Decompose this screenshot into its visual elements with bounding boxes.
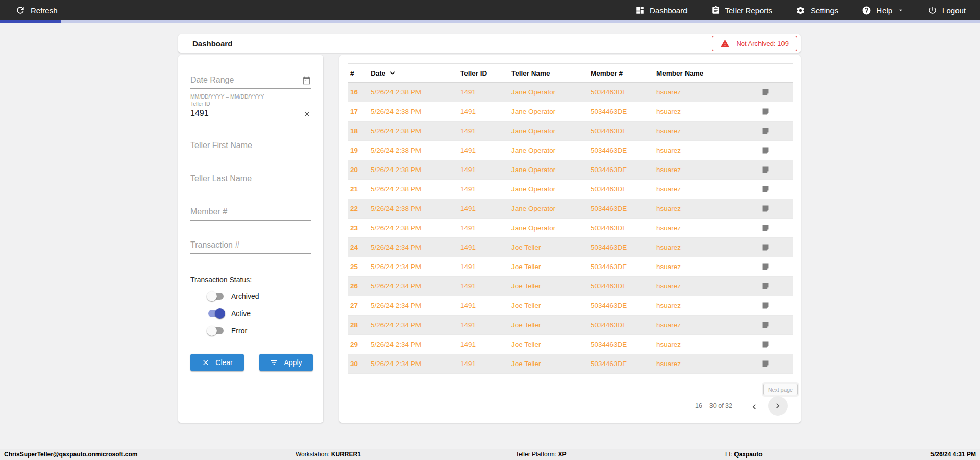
archived-toggle-label: Archived xyxy=(231,292,259,300)
note-icon[interactable] xyxy=(760,146,793,155)
note-icon[interactable] xyxy=(760,301,793,310)
teller-id-cell: 1491 xyxy=(460,108,511,115)
nav-teller-reports[interactable]: Teller Reports xyxy=(711,6,773,15)
transaction-status-label: Transaction Status: xyxy=(190,276,311,284)
note-icon[interactable] xyxy=(760,224,793,232)
toggle-error[interactable]: Error xyxy=(207,326,247,336)
active-switch-icon[interactable] xyxy=(207,308,225,319)
table-row[interactable]: 29 5/26/24 2:34 PM 1491 Joe Teller 50344… xyxy=(348,335,793,354)
member-name-cell: hsuarez xyxy=(656,185,760,193)
teller-id-cell: 1491 xyxy=(460,127,511,135)
teller-name-cell: Jane Operator xyxy=(511,185,591,193)
note-icon[interactable] xyxy=(760,127,793,135)
member-number-cell: 5034463DE xyxy=(591,166,656,174)
clear-x-icon xyxy=(202,358,210,367)
table-row[interactable]: 22 5/26/24 2:38 PM 1491 Jane Operator 50… xyxy=(348,199,793,219)
teller-name-cell: Jane Operator xyxy=(511,108,591,115)
member-number-cell: 5034463DE xyxy=(591,321,656,329)
table-row[interactable]: 28 5/26/24 2:34 PM 1491 Joe Teller 50344… xyxy=(348,316,793,335)
status-bar: ChrisSuperTeller@qaxpauto.onmicrosoft.co… xyxy=(0,449,980,460)
note-icon[interactable] xyxy=(760,262,793,271)
table-row[interactable]: 17 5/26/24 2:38 PM 1491 Jane Operator 50… xyxy=(348,102,793,122)
member-number-cell: 5034463DE xyxy=(591,282,656,290)
previous-page-button[interactable] xyxy=(748,400,761,414)
table-row[interactable]: 24 5/26/24 2:34 PM 1491 Joe Teller 50344… xyxy=(348,238,793,257)
refresh-button[interactable]: Refresh xyxy=(15,5,58,15)
teller-name-cell: Joe Teller xyxy=(511,341,591,348)
note-icon[interactable] xyxy=(760,165,793,174)
member-number-cell: 5034463DE xyxy=(591,88,656,96)
row-number-cell: 20 xyxy=(350,166,371,174)
error-switch-icon[interactable] xyxy=(207,326,225,336)
next-page-button[interactable] xyxy=(768,396,788,416)
table-row[interactable]: 26 5/26/24 2:34 PM 1491 Joe Teller 50344… xyxy=(348,277,793,296)
transaction-number-input[interactable] xyxy=(190,238,311,254)
table-row[interactable]: 19 5/26/24 2:38 PM 1491 Jane Operator 50… xyxy=(348,141,793,160)
teller-name-cell: Jane Operator xyxy=(511,127,591,135)
note-icon[interactable] xyxy=(760,107,793,116)
clipboard-icon xyxy=(711,6,720,15)
nav-help[interactable]: Help xyxy=(862,6,904,15)
help-icon xyxy=(862,6,871,15)
note-icon[interactable] xyxy=(760,359,793,368)
row-number-cell: 18 xyxy=(350,127,371,135)
row-number-cell: 27 xyxy=(350,302,371,309)
note-icon[interactable] xyxy=(760,185,793,193)
not-archived-badge[interactable]: Not Archived: 109 xyxy=(712,36,797,51)
member-name-cell: hsuarez xyxy=(656,282,760,290)
teller-name-cell: Jane Operator xyxy=(511,224,591,232)
row-number-cell: 17 xyxy=(350,108,371,115)
date-cell: 5/26/24 2:34 PM xyxy=(371,341,460,348)
logged-in-user: ChrisSuperTeller@qaxpauto.onmicrosoft.co… xyxy=(4,449,138,460)
date-range-input[interactable] xyxy=(190,74,311,89)
gear-icon xyxy=(796,6,805,15)
table-row[interactable]: 20 5/26/24 2:38 PM 1491 Jane Operator 50… xyxy=(348,160,793,180)
workstation-value: KURRER1 xyxy=(331,451,361,458)
transactions-table: # Date Teller ID Teller Name Member # Me… xyxy=(348,63,793,374)
progress-bar-fill xyxy=(0,20,61,23)
member-name-cell: hsuarez xyxy=(656,127,760,135)
col-header-date[interactable]: Date xyxy=(371,69,460,77)
member-name-cell: hsuarez xyxy=(656,302,760,309)
date-cell: 5/26/24 2:38 PM xyxy=(371,185,460,193)
archived-switch-icon[interactable] xyxy=(207,291,225,301)
apply-button[interactable]: Apply xyxy=(259,354,313,371)
row-number-cell: 29 xyxy=(350,341,371,348)
teller-id-input[interactable] xyxy=(190,107,311,122)
member-number-input[interactable] xyxy=(190,205,311,221)
note-icon[interactable] xyxy=(760,340,793,349)
note-icon[interactable] xyxy=(760,321,793,329)
note-icon[interactable] xyxy=(760,243,793,252)
date-cell: 5/26/24 2:34 PM xyxy=(371,282,460,290)
clear-button-label: Clear xyxy=(215,358,232,367)
toggle-active[interactable]: Active xyxy=(207,308,251,319)
table-row[interactable]: 21 5/26/24 2:38 PM 1491 Jane Operator 50… xyxy=(348,180,793,199)
member-number-cell: 5034463DE xyxy=(591,205,656,212)
note-icon[interactable] xyxy=(760,282,793,290)
calendar-icon[interactable] xyxy=(302,76,311,85)
nav-dashboard[interactable]: Dashboard xyxy=(635,6,687,15)
power-icon xyxy=(928,6,937,15)
teller-id-cell: 1491 xyxy=(460,321,511,329)
teller-id-cell: 1491 xyxy=(460,147,511,154)
teller-first-name-input[interactable] xyxy=(190,139,311,154)
table-body: 16 5/26/24 2:38 PM 1491 Jane Operator 50… xyxy=(348,83,793,374)
clear-teller-id-icon[interactable] xyxy=(303,110,311,118)
toggle-archived[interactable]: Archived xyxy=(207,291,259,301)
member-name-cell: hsuarez xyxy=(656,321,760,329)
nav-logout[interactable]: Logout xyxy=(928,6,966,15)
table-row[interactable]: 30 5/26/24 2:34 PM 1491 Joe Teller 50344… xyxy=(348,354,793,374)
table-row[interactable]: 27 5/26/24 2:34 PM 1491 Joe Teller 50344… xyxy=(348,296,793,316)
note-icon[interactable] xyxy=(760,204,793,213)
table-row[interactable]: 16 5/26/24 2:38 PM 1491 Jane Operator 50… xyxy=(348,83,793,102)
table-row[interactable]: 25 5/26/24 2:34 PM 1491 Joe Teller 50344… xyxy=(348,257,793,277)
table-row[interactable]: 18 5/26/24 2:38 PM 1491 Jane Operator 50… xyxy=(348,122,793,141)
member-number-cell: 5034463DE xyxy=(591,244,656,251)
teller-id-cell: 1491 xyxy=(460,185,511,193)
nav-settings[interactable]: Settings xyxy=(796,6,838,15)
note-icon[interactable] xyxy=(760,88,793,96)
teller-last-name-input[interactable] xyxy=(190,172,311,187)
col-header-member-number: Member # xyxy=(591,69,656,77)
clear-button[interactable]: Clear xyxy=(190,354,244,371)
table-row[interactable]: 23 5/26/24 2:38 PM 1491 Jane Operator 50… xyxy=(348,219,793,238)
